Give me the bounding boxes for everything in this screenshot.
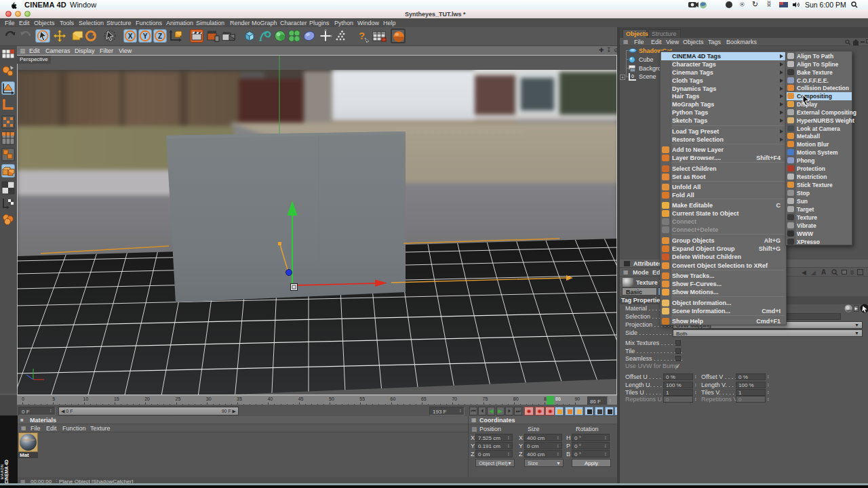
svg-text:Z: Z	[158, 33, 162, 40]
svg-text:?: ?	[359, 30, 365, 41]
svg-text:Y: Y	[143, 33, 148, 40]
svg-text:X: X	[128, 33, 133, 40]
svg-text:0: 0	[631, 74, 634, 79]
